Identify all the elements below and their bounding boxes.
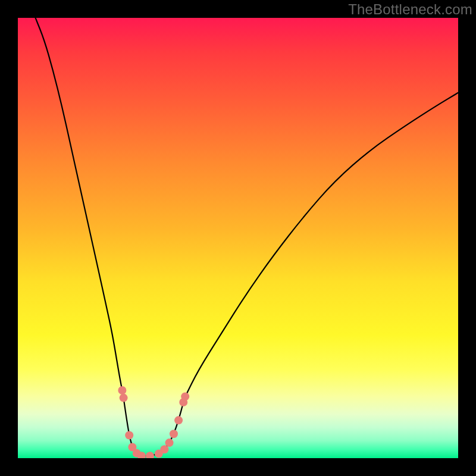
data-marker xyxy=(146,452,154,458)
data-marker xyxy=(125,431,133,440)
data-marker xyxy=(118,386,126,394)
curve-overlay xyxy=(18,18,458,458)
data-marker xyxy=(181,392,189,400)
data-marker xyxy=(174,416,183,424)
data-marker xyxy=(165,439,174,447)
chart-frame: TheBottleneck.com xyxy=(0,0,476,476)
plot-area xyxy=(18,18,458,458)
data-marker xyxy=(170,430,178,438)
curve-markers xyxy=(118,386,189,458)
watermark-text: TheBottleneck.com xyxy=(348,1,472,18)
data-marker xyxy=(120,394,128,402)
right-curve xyxy=(142,93,458,456)
